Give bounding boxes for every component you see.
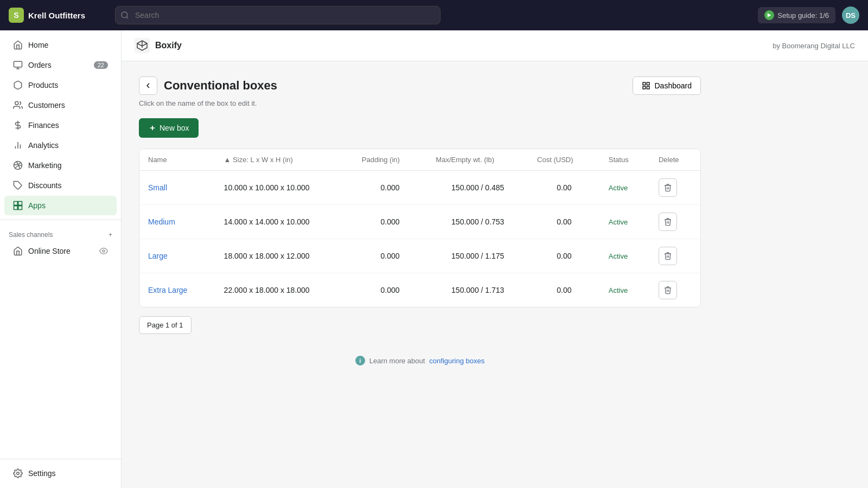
setup-flag-icon <box>764 10 774 20</box>
dashboard-icon <box>642 81 650 90</box>
sidebar-bottom: Settings <box>0 450 121 488</box>
sidebar-item-settings[interactable]: Settings <box>4 464 117 483</box>
cell-cost: 0.00 <box>528 205 600 239</box>
col-weight: Max/Empty wt. (lb) <box>427 149 528 171</box>
sidebar-item-customers[interactable]: Customers <box>4 95 117 115</box>
sidebar-item-home[interactable]: Home <box>4 35 117 55</box>
svg-rect-13 <box>18 202 22 206</box>
svg-rect-20 <box>647 82 649 85</box>
cell-weight: 150.000 / 1.175 <box>427 239 528 273</box>
cell-size: 10.000 x 10.000 x 10.000 <box>215 171 353 205</box>
cell-status: Active <box>600 171 650 205</box>
dashboard-label: Dashboard <box>655 81 692 90</box>
cell-weight: 150.000 / 0.753 <box>427 205 528 239</box>
status-badge: Active <box>609 184 628 192</box>
box-name-link[interactable]: Medium <box>148 217 175 226</box>
cell-status: Active <box>600 205 650 239</box>
svg-rect-14 <box>14 206 18 210</box>
cell-name: Medium <box>139 205 215 239</box>
svg-rect-2 <box>14 61 22 67</box>
new-box-label: New box <box>159 124 189 132</box>
status-badge: Active <box>609 218 628 226</box>
topbar: S Krell Outfitters Setup guide: 1/6 DS <box>0 0 868 30</box>
delete-button[interactable] <box>659 281 677 299</box>
brand-name: Krell Outfitters <box>28 11 85 20</box>
avatar[interactable]: DS <box>842 7 859 24</box>
status-badge: Active <box>609 286 628 294</box>
table-row: Medium 14.000 x 14.000 x 10.000 0.000 15… <box>139 205 700 239</box>
trash-icon <box>663 217 672 226</box>
svg-point-16 <box>103 250 105 252</box>
home-icon <box>13 40 23 50</box>
app-byline: by Boomerang Digital LLC <box>773 42 855 50</box>
sidebar-item-analytics[interactable]: Analytics <box>4 136 117 155</box>
page-content: Conventional boxes Dashboard Click on th… <box>122 61 718 381</box>
cell-size: 22.000 x 18.000 x 18.000 <box>215 273 353 307</box>
products-icon <box>13 80 23 90</box>
table-row: Extra Large 22.000 x 18.000 x 18.000 0.0… <box>139 273 700 307</box>
search-area <box>115 6 441 24</box>
delete-button[interactable] <box>659 213 677 231</box>
cell-cost: 0.00 <box>528 273 600 307</box>
sidebar-item-orders[interactable]: Orders 22 <box>4 55 117 75</box>
customers-icon <box>13 100 23 110</box>
box-name-link[interactable]: Extra Large <box>148 286 187 294</box>
boxes-table: Name ▲ Size: L x W x H (in) Padding (in)… <box>139 149 700 307</box>
sidebar-label-orders: Orders <box>28 61 52 69</box>
marketing-icon <box>13 160 23 170</box>
dashboard-button[interactable]: Dashboard <box>633 76 701 95</box>
box-name-link[interactable]: Large <box>148 252 168 260</box>
search-icon <box>120 11 129 20</box>
table-row: Large 18.000 x 18.000 x 12.000 0.000 150… <box>139 239 700 273</box>
discounts-icon <box>13 181 23 190</box>
online-store-icon <box>13 246 23 256</box>
sidebar: Home Orders 22 Products Customers Financ… <box>0 30 122 488</box>
delete-button[interactable] <box>659 178 677 197</box>
orders-icon <box>13 60 23 70</box>
box-name-link[interactable]: Small <box>148 183 167 192</box>
setup-guide-label: Setup guide: 1/6 <box>777 11 829 20</box>
cell-size: 14.000 x 14.000 x 10.000 <box>215 205 353 239</box>
col-name: Name <box>139 149 215 171</box>
new-box-button[interactable]: New box <box>139 118 199 138</box>
svg-point-0 <box>122 12 127 18</box>
sidebar-label-settings: Settings <box>28 469 56 478</box>
app-header-left: Boxify <box>135 38 182 53</box>
setup-guide-button[interactable]: Setup guide: 1/6 <box>758 7 835 23</box>
sidebar-item-apps[interactable]: Apps <box>4 196 117 215</box>
apps-icon <box>13 201 23 210</box>
svg-rect-21 <box>643 86 646 89</box>
configuring-boxes-link[interactable]: configuring boxes <box>429 357 484 365</box>
cell-name: Large <box>139 239 215 273</box>
sidebar-item-online-store[interactable]: Online Store <box>4 241 117 261</box>
sidebar-label-customers: Customers <box>28 101 65 110</box>
footer-text: Learn more about <box>369 357 425 365</box>
cell-name: Small <box>139 171 215 205</box>
search-input[interactable] <box>115 6 441 24</box>
page-header-left: Conventional boxes <box>139 76 277 95</box>
svg-rect-15 <box>18 206 22 210</box>
back-button[interactable] <box>139 76 157 95</box>
cell-delete <box>650 239 700 273</box>
sidebar-item-products[interactable]: Products <box>4 75 117 95</box>
sidebar-item-finances[interactable]: Finances <box>4 115 117 135</box>
sidebar-label-marketing: Marketing <box>28 161 61 170</box>
sidebar-item-discounts[interactable]: Discounts <box>4 176 117 195</box>
sidebar-label-finances: Finances <box>28 121 59 130</box>
shopify-logo: S <box>9 8 24 23</box>
trash-icon <box>663 183 672 192</box>
app-header: Boxify by Boomerang Digital LLC <box>122 30 868 61</box>
add-sales-channel-button[interactable]: + <box>108 231 112 239</box>
delete-button[interactable] <box>659 247 677 265</box>
cell-padding: 0.000 <box>353 273 427 307</box>
sidebar-item-marketing[interactable]: Marketing <box>4 156 117 175</box>
cell-delete <box>650 205 700 239</box>
page-title: Conventional boxes <box>164 79 277 93</box>
svg-rect-19 <box>643 82 646 85</box>
col-size[interactable]: ▲ Size: L x W x H (in) <box>215 149 353 171</box>
pagination: Page 1 of 1 <box>139 316 701 334</box>
sidebar-label-online-store: Online Store <box>28 247 71 255</box>
cell-name: Extra Large <box>139 273 215 307</box>
brand: S Krell Outfitters <box>9 8 106 23</box>
back-arrow-icon <box>144 81 152 90</box>
